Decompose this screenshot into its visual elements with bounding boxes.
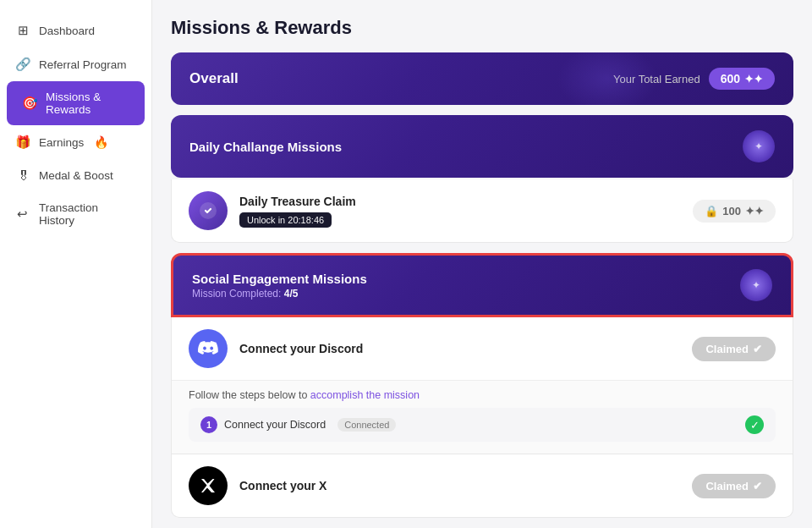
sidebar-item-medal[interactable]: 🎖 Medal & Boost	[0, 159, 151, 192]
discord-icon	[189, 329, 228, 368]
discord-mission-card: Connect your Discord Claimed ✔ Follow th…	[171, 317, 793, 454]
total-earned-value: 600	[721, 72, 740, 85]
total-earned-badge: 600 ✦✦	[709, 68, 775, 90]
sidebar-item-label: Medal & Boost	[39, 169, 113, 182]
x-claimed-button: Claimed ✔	[692, 474, 776, 498]
treasure-info: Daily Treasure Claim Unlock in 20:18:46	[239, 195, 693, 228]
main-content: Missions & Rewards Overall Your Total Ea…	[152, 0, 812, 528]
lock-icon: 🔒	[705, 205, 718, 217]
daily-challenge-orb	[743, 130, 775, 162]
reward-pill: 🔒 100 ✦✦	[693, 200, 776, 223]
sidebar-item-dashboard[interactable]: ⊞ Dashboard	[0, 14, 151, 47]
x-mission-name: Connect your X	[239, 479, 692, 492]
x-mission-info: Connect your X	[239, 479, 692, 492]
checkmark-icon: ✔	[753, 343, 762, 355]
social-banner-title: Social Engagement Missions	[192, 272, 367, 286]
follow-steps-section: Follow the steps below to accomplish the…	[172, 380, 793, 454]
overall-right: Your Total Earned 600 ✦✦	[613, 68, 775, 90]
sidebar-item-label: Earnings	[39, 136, 84, 149]
discord-mission-name: Connect your Discord	[239, 342, 692, 355]
discord-main-row: Connect your Discord Claimed ✔	[172, 317, 793, 380]
claimed-label: Claimed	[705, 343, 749, 355]
treasure-icon	[189, 191, 228, 230]
sidebar-item-referral[interactable]: 🔗 Referral Program	[0, 47, 151, 81]
sidebar-item-earnings[interactable]: 🎁 Earnings 🔥	[0, 125, 151, 159]
social-engagement-banner: Social Engagement Missions Mission Compl…	[171, 253, 793, 317]
transactions-icon: ↩	[15, 206, 30, 222]
coin-icon: ✦✦	[744, 73, 763, 85]
reward-coin-icon: ✦✦	[745, 205, 764, 217]
sidebar-item-missions[interactable]: 🎯 Missions & Rewards	[7, 81, 145, 125]
follow-steps-highlight: accomplish the mission	[310, 389, 420, 401]
x-claimed-label: Claimed	[705, 480, 749, 492]
follow-steps-label: Follow the steps below to accomplish the…	[189, 389, 776, 401]
connect-x-card: Connect your X Claimed ✔	[171, 454, 793, 518]
sidebar: ⊞ Dashboard 🔗 Referral Program 🎯 Mission…	[0, 0, 152, 528]
step-number: 1	[200, 416, 217, 433]
total-earned-label: Your Total Earned	[613, 73, 700, 85]
medal-icon: 🎖	[15, 168, 30, 183]
discord-mission-info: Connect your Discord	[239, 342, 692, 355]
sidebar-item-label: Dashboard	[39, 25, 95, 37]
page-title: Missions & Rewards	[171, 17, 793, 39]
daily-treasure-card: Daily Treasure Claim Unlock in 20:18:46 …	[171, 179, 793, 243]
treasure-name: Daily Treasure Claim	[239, 195, 693, 208]
unlock-badge: Unlock in 20:18:46	[239, 212, 332, 228]
overall-label: Overall	[189, 70, 239, 87]
sidebar-item-label: Transaction History	[39, 201, 136, 227]
social-banner-left: Social Engagement Missions Mission Compl…	[192, 272, 367, 300]
step-row-1: 1 Connect your Discord Connected ✓	[189, 408, 776, 442]
dashboard-icon: ⊞	[15, 23, 30, 38]
x-icon	[189, 466, 228, 505]
social-engagement-section: Social Engagement Missions Mission Compl…	[171, 253, 793, 518]
missions-icon: 🎯	[22, 96, 37, 111]
daily-challenge-label: Daily Challange Missions	[189, 140, 342, 154]
sidebar-item-label: Missions & Rewards	[46, 91, 129, 116]
connected-badge: Connected	[337, 418, 396, 432]
referral-icon: 🔗	[15, 57, 30, 72]
completed-value: 4/5	[284, 288, 299, 300]
reward-value: 100	[722, 205, 741, 217]
earnings-icon: 🎁	[15, 135, 30, 150]
sidebar-item-label: Referral Program	[39, 58, 127, 71]
social-banner-orb	[740, 269, 772, 301]
discord-claimed-button: Claimed ✔	[692, 337, 776, 361]
sidebar-item-transactions[interactable]: ↩ Transaction History	[0, 192, 151, 236]
daily-challenge-banner: Daily Challange Missions	[171, 115, 793, 178]
step-left: 1 Connect your Discord Connected	[200, 416, 396, 433]
social-banner-sub: Mission Completed: 4/5	[192, 288, 367, 300]
overall-banner: Overall Your Total Earned 600 ✦✦	[171, 52, 793, 105]
x-checkmark-icon: ✔	[753, 480, 762, 492]
step-label: Connect your Discord	[224, 419, 326, 431]
step-check-icon: ✓	[745, 415, 764, 434]
